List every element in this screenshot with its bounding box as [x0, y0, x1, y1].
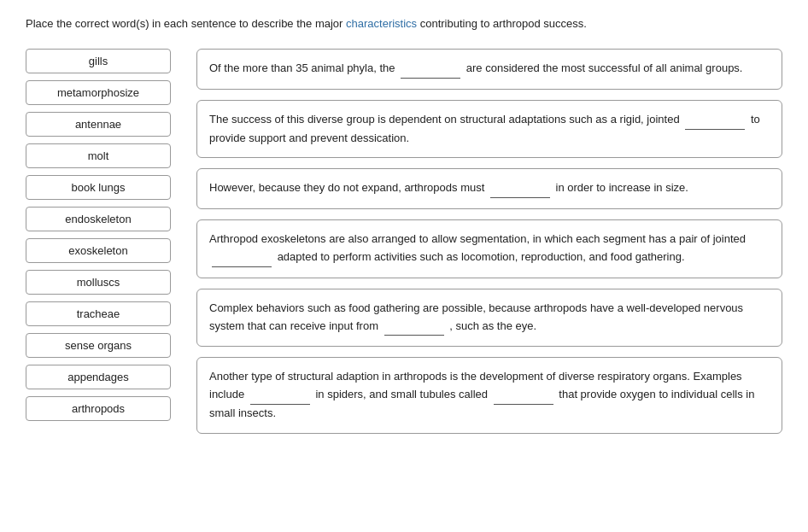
sentence-text-before: The success of this diverse group is dep… — [209, 113, 680, 126]
sentence-box-s4: Arthropod exoskeletons are also arranged… — [196, 219, 782, 278]
sentence-text-after: are considered the most successful of al… — [466, 61, 743, 74]
main-layout: gillsmetamorphosizeantennaemoltbook lung… — [26, 49, 782, 434]
word-item-molluscs[interactable]: molluscs — [26, 270, 171, 295]
sentence-blank[interactable] — [401, 60, 460, 79]
sentence-box-s5: Complex behaviors such as food gathering… — [196, 289, 782, 348]
sentence-box-s2: The success of this diverse group is dep… — [196, 100, 782, 159]
sentence-text-before: However, because they do not expand, art… — [209, 181, 484, 194]
sentence-box-s1: Of the more than 35 animal phyla, the ar… — [196, 49, 782, 90]
word-item-antennae[interactable]: antennae — [26, 112, 171, 137]
sentences-area: Of the more than 35 animal phyla, the ar… — [196, 49, 782, 434]
sentence-blank[interactable] — [490, 179, 550, 198]
word-item-molt[interactable]: molt — [26, 143, 171, 168]
word-item-book_lungs[interactable]: book lungs — [26, 175, 171, 200]
sentence-text-after: , such as the eye. — [449, 319, 536, 332]
sentence-text-after: in order to increase in size. — [556, 181, 688, 194]
sentence-blank-2[interactable] — [494, 386, 553, 405]
word-item-endoskeleton[interactable]: endoskeleton — [26, 207, 171, 231]
word-item-exoskeleton[interactable]: exoskeleton — [26, 238, 171, 263]
word-item-sense_organs[interactable]: sense organs — [26, 333, 171, 358]
word-item-gills[interactable]: gills — [26, 49, 171, 73]
instruction-highlight: characteristics — [346, 17, 417, 30]
word-item-appendages[interactable]: appendages — [26, 365, 171, 389]
sentence-blank-1[interactable] — [250, 386, 310, 405]
sentence-blank[interactable] — [685, 111, 745, 130]
sentence-box-s3: However, because they do not expand, art… — [196, 168, 782, 209]
sentence-blank[interactable] — [212, 248, 272, 267]
instruction-text: Place the correct word(s) in each senten… — [26, 17, 782, 30]
sentence-text-before: Of the more than 35 animal phyla, the — [209, 61, 395, 74]
word-item-metamorphosize[interactable]: metamorphosize — [26, 80, 171, 105]
sentence-text-before: Arthropod exoskeletons are also arranged… — [209, 232, 746, 245]
word-item-tracheae[interactable]: tracheae — [26, 301, 171, 326]
sentence-box-s6: Another type of structural adaption in a… — [196, 357, 782, 433]
sentence-text-after: adapted to perform activities such as lo… — [278, 250, 685, 263]
sentence-blank[interactable] — [384, 318, 444, 336]
word-bank: gillsmetamorphosizeantennaemoltbook lung… — [26, 49, 171, 421]
sentence-text-middle: in spiders, and small tubules called — [315, 388, 488, 400]
word-item-arthropods[interactable]: arthropods — [26, 396, 171, 421]
